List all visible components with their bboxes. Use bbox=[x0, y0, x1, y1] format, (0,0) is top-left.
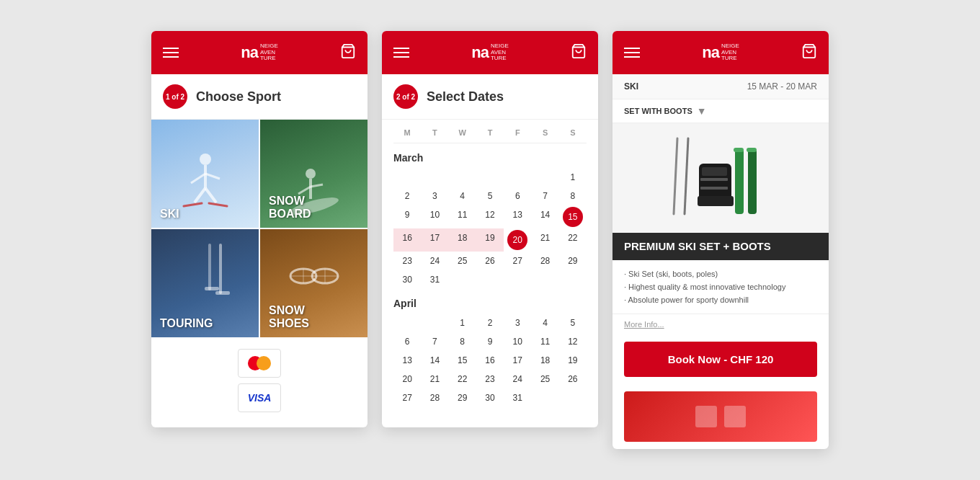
second-product-illustration bbox=[692, 399, 749, 435]
menu-icon-3[interactable] bbox=[624, 48, 640, 58]
cal-cell-mar-21[interactable]: 21 bbox=[531, 228, 558, 252]
cal-cell-mar-4[interactable]: 4 bbox=[449, 187, 476, 205]
cal-cell-mar-17[interactable]: 17 bbox=[421, 228, 448, 252]
cal-cell-mar-5[interactable]: 5 bbox=[476, 187, 504, 205]
cal-cell-mar-7[interactable]: 7 bbox=[531, 187, 558, 205]
cal-cell-mar-27[interactable]: 27 bbox=[504, 252, 531, 270]
cal-cell-apr-20[interactable]: 20 bbox=[393, 370, 421, 388]
product-image-area bbox=[612, 123, 829, 233]
cal-cell-mar-30[interactable]: 30 bbox=[393, 270, 421, 289]
cal-cell-mar-24[interactable]: 24 bbox=[421, 252, 448, 270]
cal-cell-mar-9[interactable]: 9 bbox=[393, 205, 421, 228]
cal-cell-mar-15[interactable]: 15 bbox=[563, 207, 583, 227]
cal-cell-mar-18[interactable]: 18 bbox=[449, 228, 476, 252]
cart-icon-1[interactable] bbox=[340, 43, 356, 62]
svg-rect-30 bbox=[734, 148, 744, 152]
cal-cell-apr-11[interactable]: 11 bbox=[531, 332, 558, 351]
cal-cell-mar-11[interactable]: 11 bbox=[449, 205, 476, 228]
day-w: W bbox=[449, 125, 476, 140]
more-info-link[interactable]: More Info... bbox=[612, 314, 829, 334]
logo-text-2: na bbox=[471, 45, 489, 61]
header-2: na NEIGEAVENTURE bbox=[382, 31, 598, 74]
cal-cell-apr-27[interactable]: 27 bbox=[393, 388, 421, 407]
sport-ski[interactable]: SKI bbox=[151, 120, 259, 228]
cal-cell-apr-3[interactable]: 3 bbox=[504, 314, 531, 332]
cal-cell-apr-6[interactable]: 6 bbox=[393, 332, 421, 351]
cal-cell-apr-22[interactable]: 22 bbox=[449, 370, 476, 388]
cal-cell-mar-2[interactable]: 2 bbox=[393, 187, 421, 205]
cal-cell-apr-25[interactable]: 25 bbox=[531, 370, 558, 388]
menu-icon-2[interactable] bbox=[393, 48, 409, 58]
book-button[interactable]: Book Now - CHF 120 bbox=[624, 342, 817, 377]
payment-footer: VISA bbox=[151, 337, 368, 424]
day-s1: S bbox=[531, 125, 558, 140]
cal-cell-mar-20[interactable]: 20 bbox=[507, 230, 527, 250]
cal-cell-apr-8[interactable]: 8 bbox=[449, 332, 476, 351]
svg-line-3 bbox=[205, 174, 220, 179]
logo-text-1: na bbox=[241, 45, 258, 61]
cal-cell-apr-4[interactable]: 4 bbox=[531, 314, 558, 332]
cal-cell-apr-21[interactable]: 21 bbox=[421, 370, 448, 388]
cal-cell-apr-18[interactable]: 18 bbox=[531, 351, 558, 370]
cal-cell-mar-13[interactable]: 13 bbox=[504, 205, 531, 228]
cal-cell-apr-29[interactable]: 29 bbox=[449, 388, 476, 407]
chevron-down-icon: ▼ bbox=[697, 105, 707, 117]
cal-cell-apr-15[interactable]: 15 bbox=[449, 351, 476, 370]
cal-cell-apr-14[interactable]: 14 bbox=[421, 351, 448, 370]
svg-point-0 bbox=[200, 154, 211, 165]
cal-cell-mar-19[interactable]: 19 bbox=[476, 228, 504, 252]
cart-icon-2[interactable] bbox=[571, 43, 587, 62]
cal-cell-apr-12[interactable]: 12 bbox=[559, 332, 587, 351]
menu-icon[interactable] bbox=[163, 48, 179, 58]
cal-cell-mar-29[interactable]: 29 bbox=[559, 252, 587, 270]
step-title-1: Choose Sport bbox=[196, 89, 281, 105]
screen-select-dates: na NEIGEAVENTURE 2 of 2 Select Dates M T… bbox=[382, 31, 598, 427]
cal-cell bbox=[421, 168, 448, 187]
day-m: M bbox=[393, 125, 421, 140]
cart-icon-3[interactable] bbox=[801, 43, 817, 62]
cal-cell-mar-12[interactable]: 12 bbox=[476, 205, 504, 228]
cal-cell-mar-25[interactable]: 25 bbox=[449, 252, 476, 270]
cal-cell-apr-23[interactable]: 23 bbox=[476, 370, 504, 388]
cal-cell-apr-30[interactable]: 30 bbox=[476, 388, 504, 407]
cal-cell-apr-10[interactable]: 10 bbox=[504, 332, 531, 351]
march-grid: 1 2 3 4 5 6 7 8 9 10 11 12 13 14 15 16 1… bbox=[393, 168, 587, 289]
cal-cell-apr-5[interactable]: 5 bbox=[559, 314, 587, 332]
cal-cell-apr-1[interactable]: 1 bbox=[449, 314, 476, 332]
cal-cell-mar-23[interactable]: 23 bbox=[393, 252, 421, 270]
cal-cell-mar-10[interactable]: 10 bbox=[421, 205, 448, 228]
cal-cell-mar-22[interactable]: 22 bbox=[559, 228, 587, 252]
cal-cell-apr-28[interactable]: 28 bbox=[421, 388, 448, 407]
sport-touring[interactable]: TOURING bbox=[151, 229, 259, 337]
cal-cell-apr-17[interactable]: 17 bbox=[504, 351, 531, 370]
cal-cell-mar-14[interactable]: 14 bbox=[531, 205, 558, 228]
calendar-body: M T W T F S S March 1 bbox=[382, 120, 598, 419]
header-3: na NEIGEAVENTURE bbox=[612, 31, 829, 74]
cal-cell-apr-13[interactable]: 13 bbox=[393, 351, 421, 370]
cal-cell-mar-1[interactable]: 1 bbox=[559, 168, 587, 187]
svg-line-12 bbox=[311, 185, 323, 187]
day-t1: T bbox=[421, 125, 448, 140]
cal-cell-apr-2[interactable]: 2 bbox=[476, 314, 504, 332]
cal-cell-mar-3[interactable]: 3 bbox=[421, 187, 448, 205]
set-selector[interactable]: SET WITH BOOTS ▼ bbox=[612, 99, 829, 123]
sport-snowboard[interactable]: SNOWBOARD bbox=[260, 120, 368, 228]
sport-snowshoes[interactable]: SNOWSHOES bbox=[260, 229, 368, 337]
cal-cell-apr-24[interactable]: 24 bbox=[504, 370, 531, 388]
cal-cell-mar-16[interactable]: 16 bbox=[393, 228, 421, 252]
cal-cell-mar-28[interactable]: 28 bbox=[531, 252, 558, 270]
cal-cell-apr-7[interactable]: 7 bbox=[421, 332, 448, 351]
cal-cell-mar-6[interactable]: 6 bbox=[504, 187, 531, 205]
cal-cell-apr-16[interactable]: 16 bbox=[476, 351, 504, 370]
cal-cell-mar-26[interactable]: 26 bbox=[476, 252, 504, 270]
svg-rect-26 bbox=[698, 196, 734, 206]
cal-cell-apr-19[interactable]: 19 bbox=[559, 351, 587, 370]
cal-cell-mar-8[interactable]: 8 bbox=[559, 187, 587, 205]
cal-cell-mar-31[interactable]: 31 bbox=[421, 270, 448, 289]
product-sport: SKI bbox=[624, 81, 638, 92]
cal-cell-apr-9[interactable]: 9 bbox=[476, 332, 504, 351]
product-meta-bar: SKI 15 MAR - 20 MAR bbox=[612, 74, 829, 99]
svg-rect-34 bbox=[695, 406, 717, 427]
cal-cell-apr-31[interactable]: 31 bbox=[504, 388, 531, 407]
cal-cell-apr-26[interactable]: 26 bbox=[559, 370, 587, 388]
